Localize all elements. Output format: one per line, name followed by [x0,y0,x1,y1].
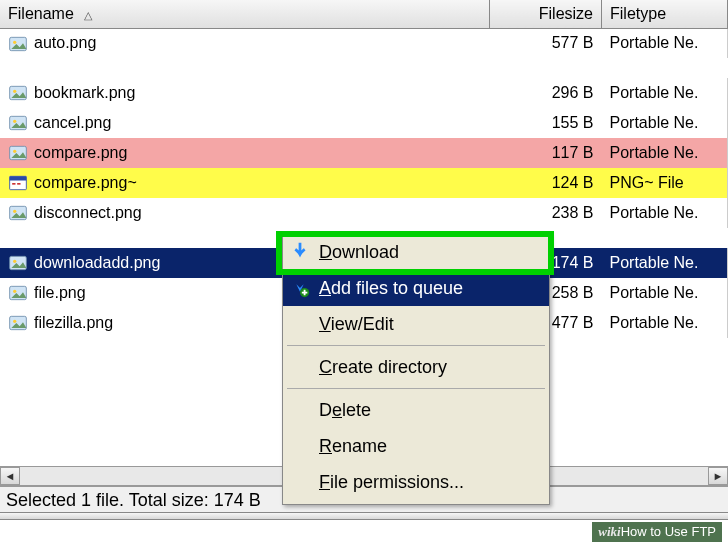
file-name: cancel.png [34,114,111,131]
file-name: downloadadd.png [34,254,160,271]
file-name: auto.png [34,34,96,51]
svg-rect-11 [17,183,20,185]
column-header-filesize[interactable]: Filesize [490,0,602,28]
scroll-right-button[interactable]: ► [708,467,728,485]
menu-item-delete[interactable]: Delete [283,392,549,428]
svg-point-17 [13,290,16,293]
menu-add-queue-label: Add files to queue [319,278,463,299]
file-icon [8,314,28,332]
file-type: Portable Ne. [610,84,699,101]
table-row[interactable]: compare.png~124 BPNG~ File [0,168,728,198]
file-type: Portable Ne. [610,254,699,271]
file-type: Portable Ne. [610,144,699,161]
svg-point-15 [13,260,16,263]
file-name: compare.png [34,144,127,161]
file-name: compare.png~ [34,174,137,191]
file-size: 258 B [552,284,594,301]
svg-point-7 [13,150,16,153]
menu-permissions-label: File permissions... [319,472,464,493]
file-size: 577 B [552,34,594,51]
scroll-left-button[interactable]: ◄ [0,467,20,485]
menu-item-create-directory[interactable]: Create directory [283,349,549,385]
file-size: 477 B [552,314,594,331]
file-icon [8,35,28,53]
svg-point-3 [13,90,16,93]
file-icon [8,174,28,192]
file-type: Portable Ne. [610,314,699,331]
menu-create-dir-label: Create directory [319,357,447,378]
file-icon [8,84,28,102]
file-size: 296 B [552,84,594,101]
watermark: wikiHow to Use FTP [592,522,722,542]
file-name: disconnect.png [34,204,142,221]
pane-divider[interactable] [0,512,728,520]
file-type: Portable Ne. [610,114,699,131]
watermark-brand: wiki [598,524,620,539]
table-row[interactable]: cancel.png155 BPortable Ne. [0,108,728,138]
column-header-filesize-label: Filesize [539,5,593,22]
file-type: Portable Ne. [610,284,699,301]
file-icon [8,254,28,272]
file-name: file.png [34,284,86,301]
file-size: 155 B [552,114,594,131]
menu-separator [287,345,545,346]
file-icon [8,114,28,132]
svg-point-19 [13,320,16,323]
menu-item-download[interactable]: Download [283,234,549,270]
menu-separator [287,388,545,389]
menu-item-rename[interactable]: Rename [283,428,549,464]
column-header-filename[interactable]: Filename △ [0,0,490,28]
file-icon [8,144,28,162]
download-icon [289,241,311,263]
context-menu: Download Add files to queue View/Edit Cr… [282,233,550,505]
column-header-filetype[interactable]: Filetype [602,0,728,28]
file-icon [8,284,28,302]
svg-point-1 [13,40,16,43]
sort-ascending-icon: △ [84,9,92,21]
file-size: 124 B [552,174,594,191]
table-row[interactable]: bookmark.png296 BPortable Ne. [0,78,728,108]
file-type: Portable Ne. [610,34,699,51]
menu-delete-label: Delete [319,400,371,421]
table-row[interactable]: disconnect.png238 BPortable Ne. [0,198,728,228]
svg-rect-10 [12,183,15,185]
svg-point-13 [13,210,16,213]
file-name: bookmark.png [34,84,135,101]
svg-rect-9 [10,177,27,181]
column-header-filetype-label: Filetype [610,5,666,22]
file-type: PNG~ File [610,174,684,191]
menu-item-file-permissions[interactable]: File permissions... [283,464,549,500]
status-text: Selected 1 file. Total size: 174 B [6,490,261,510]
file-name: filezilla.png [34,314,113,331]
column-header-row: Filename △ Filesize Filetype [0,0,728,28]
file-size: 174 B [552,254,594,271]
watermark-suffix: How to Use FTP [621,524,716,539]
svg-point-5 [13,120,16,123]
menu-item-add-to-queue[interactable]: Add files to queue [283,270,549,306]
file-type: Portable Ne. [610,204,699,221]
table-row [0,58,728,78]
add-to-queue-icon [289,277,311,299]
menu-rename-label: Rename [319,436,387,457]
file-size: 117 B [552,144,594,161]
menu-view-edit-label: View/Edit [319,314,394,335]
menu-item-view-edit[interactable]: View/Edit [283,306,549,342]
file-size: 238 B [552,204,594,221]
menu-download-label: Download [319,242,399,263]
table-row[interactable]: compare.png117 BPortable Ne. [0,138,728,168]
table-row[interactable]: auto.png577 BPortable Ne. [0,28,728,58]
file-icon [8,204,28,222]
column-header-filename-label: Filename [8,5,74,22]
